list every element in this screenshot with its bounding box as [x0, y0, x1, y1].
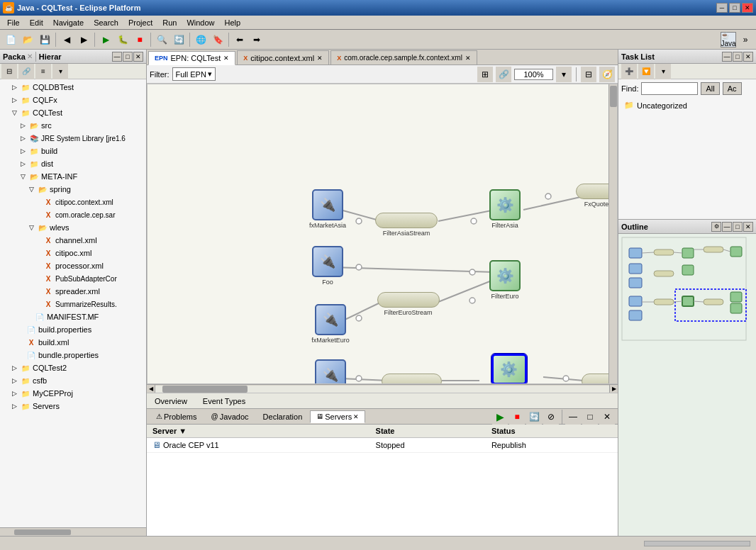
- outline-max[interactable]: □: [733, 222, 743, 232]
- bottom-maximize[interactable]: □: [582, 409, 598, 425]
- node-filterfanout[interactable]: ⚙️ FilterFanoutProcessor: [475, 354, 543, 384]
- link-editor-button[interactable]: 🔗: [18, 64, 34, 79]
- tree-menu-button[interactable]: ≡: [35, 64, 51, 79]
- hscroll-left[interactable]: ◀: [147, 385, 155, 393]
- hierarchy-tab[interactable]: Hierar: [39, 52, 62, 61]
- bookmark-button[interactable]: 🔖: [210, 32, 226, 47]
- prev-nav[interactable]: ⬅: [232, 32, 248, 47]
- tasklist-max[interactable]: □: [733, 52, 743, 62]
- servers-tab-close[interactable]: ✕: [353, 413, 359, 420]
- refresh-button[interactable]: 🔄: [171, 32, 187, 47]
- search-button[interactable]: 🔍: [154, 32, 169, 47]
- server-disconnect-btn[interactable]: ⊘: [543, 409, 559, 425]
- run-button[interactable]: ▶: [98, 32, 113, 47]
- tree-item-pubsub[interactable]: X PubSubAdapterCor: [1, 272, 145, 285]
- outline-settings[interactable]: ⚙: [711, 222, 721, 232]
- hscroll-track[interactable]: [155, 386, 609, 393]
- toggle-cqlfx[interactable]: ▷: [10, 96, 18, 104]
- toggle-dist[interactable]: ▷: [18, 159, 27, 168]
- node-foo[interactable]: 🔌 Foo: [302, 246, 353, 286]
- node-fxmarketasia[interactable]: 🔌 fxMarketAsia: [302, 189, 353, 229]
- toggle-build[interactable]: ▷: [18, 147, 27, 155]
- toggle-wlevs[interactable]: ▽: [27, 223, 35, 232]
- node-filterasiastream[interactable]: FilterAsiaStream: [374, 213, 438, 237]
- tree-item-buildprops[interactable]: 📄 build.properties: [1, 323, 145, 336]
- menu-edit[interactable]: Edit: [26, 17, 48, 28]
- tab-declaration[interactable]: Declaration: [257, 410, 309, 423]
- server-stop-btn[interactable]: ■: [509, 409, 525, 425]
- tab-servers[interactable]: 🖥 Servers ✕: [310, 410, 365, 423]
- tree-item-wlevs[interactable]: ▽ 📂 wlevs: [1, 221, 145, 234]
- tree-item-servers[interactable]: ▷ 📁 Servers: [1, 400, 145, 412]
- close-panel-button[interactable]: ✕: [133, 52, 143, 62]
- col-status[interactable]: Status: [486, 425, 618, 438]
- zoom-input[interactable]: [514, 69, 553, 80]
- canvas-tab-overview[interactable]: Overview: [150, 395, 192, 408]
- filter-dropdown[interactable]: Full EPN ▾: [172, 67, 216, 81]
- nav-button[interactable]: 🧭: [599, 67, 615, 82]
- menu-file[interactable]: File: [3, 17, 24, 28]
- tasklist-settings[interactable]: ▾: [655, 64, 671, 79]
- toggle-spring[interactable]: ▽: [27, 185, 35, 193]
- all-button[interactable]: All: [701, 82, 719, 95]
- server-restart-btn[interactable]: 🔄: [526, 409, 542, 425]
- fit-button[interactable]: ⊟: [581, 67, 596, 82]
- bottom-close[interactable]: ✕: [599, 409, 615, 425]
- toggle-cqltest[interactable]: ▽: [10, 108, 18, 117]
- left-scrollbar-thumb[interactable]: [14, 529, 71, 535]
- more-perspectives[interactable]: »: [738, 32, 753, 47]
- menu-project[interactable]: Project: [124, 17, 157, 28]
- node-filtereuro[interactable]: ⚙️ FilterEuro: [479, 260, 530, 300]
- tree-item-jre[interactable]: ▷ 📚 JRE System Library [jre1.6: [1, 132, 145, 145]
- tab-comoracle[interactable]: X com.oracle.cep.sample.fx.context.xml ✕: [330, 50, 477, 64]
- tree-item-summarize[interactable]: X SummarizeResults.: [1, 298, 145, 310]
- citipoc-tab-close[interactable]: ✕: [317, 55, 323, 62]
- link-icon[interactable]: 🔗: [496, 67, 511, 82]
- tree-item-cqltest[interactable]: ▽ 📁 CQLTest: [1, 106, 145, 119]
- node-pricestream[interactable]: priceStream: [380, 374, 443, 384]
- tasklist-min[interactable]: —: [722, 52, 732, 62]
- open-button[interactable]: 📂: [20, 32, 35, 47]
- new-task-btn[interactable]: ➕: [621, 64, 637, 79]
- tasklist-close[interactable]: ✕: [743, 52, 753, 62]
- col-server[interactable]: Server ▼: [147, 425, 370, 438]
- toggle-src[interactable]: ▷: [18, 121, 27, 130]
- java-perspective[interactable]: ☕ Java: [721, 32, 736, 47]
- tree-item-cqlfx[interactable]: ▷ 📁 CQLFx: [1, 94, 145, 106]
- tree-item-spreader[interactable]: X spreader.xml: [1, 285, 145, 298]
- zoom-dropdown[interactable]: ▾: [556, 67, 572, 82]
- node-fxmarketeuro[interactable]: 🔌 fxMarketEuro: [302, 304, 359, 344]
- toggle-cqltest2[interactable]: ▷: [10, 364, 18, 372]
- tree-item-channel[interactable]: X channel.xml: [1, 234, 145, 247]
- outline-min[interactable]: —: [722, 222, 732, 232]
- node-filtereurostream[interactable]: FilterEuroStream: [374, 292, 442, 316]
- maximize-button[interactable]: □: [729, 3, 740, 13]
- menu-navigate[interactable]: Navigate: [49, 17, 88, 28]
- close-button[interactable]: ✕: [742, 3, 753, 13]
- server-start-btn[interactable]: ▶: [492, 409, 508, 425]
- tab-problems[interactable]: ⚠ Problems: [150, 410, 203, 423]
- menu-window[interactable]: Window: [182, 17, 218, 28]
- layout-icon[interactable]: ⊞: [477, 67, 493, 82]
- outline-close[interactable]: ✕: [743, 222, 753, 232]
- tree-item-buildxml[interactable]: X build.xml: [1, 336, 145, 349]
- tree-item-citipoc[interactable]: X citipoc.context.xml: [1, 196, 145, 208]
- toggle-cqldbtest[interactable]: ▷: [10, 83, 18, 91]
- menu-search[interactable]: Search: [89, 17, 123, 28]
- canvas-tab-eventtypes[interactable]: Event Types: [198, 395, 250, 408]
- node-priceadapter[interactable]: 🔌 PriceAdapter: [302, 359, 359, 384]
- save-button[interactable]: 💾: [37, 32, 52, 47]
- hscroll-thumb[interactable]: [162, 386, 248, 393]
- browse-button[interactable]: 🌐: [193, 32, 209, 47]
- minimize-panel-button[interactable]: —: [112, 52, 122, 62]
- window-controls[interactable]: ─ □ ✕: [716, 3, 753, 13]
- toggle-csfb[interactable]: ▷: [10, 376, 18, 385]
- toggle-servers[interactable]: ▷: [10, 402, 18, 410]
- epn-canvas[interactable]: 🔌 fxMarketAsia FilterAsiaStream ⚙️ Filte…: [147, 84, 618, 384]
- tree-item-cqltest2[interactable]: ▷ 📁 CQLTest2: [1, 361, 145, 374]
- tab-epn-cqltest[interactable]: EPN EPN: CQLTest ✕: [148, 51, 235, 65]
- minimize-button[interactable]: ─: [716, 3, 728, 13]
- tree-item-meta-inf[interactable]: ▽ 📂 META-INF: [1, 170, 145, 183]
- maximize-panel-button[interactable]: □: [123, 52, 133, 62]
- tree-item-citipoc2[interactable]: X citipoc.xml: [1, 247, 145, 259]
